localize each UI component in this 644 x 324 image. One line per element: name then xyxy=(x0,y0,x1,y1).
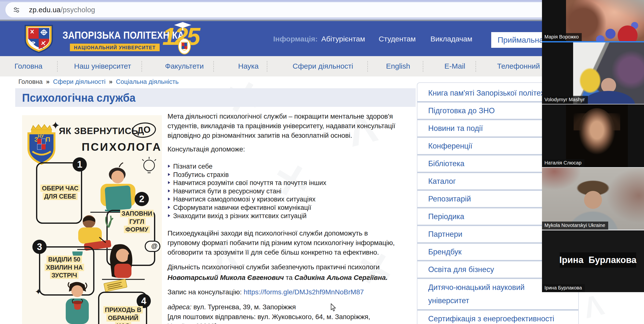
address-line: адреса: вул. Тургенєва, 39, м. Запоріжжя xyxy=(168,302,296,312)
step2-text: ЗАПОВНИ ГУГЛ ФОРМУ xyxy=(118,210,155,234)
list-item: Знаходити вихід з різних життєвих ситуац… xyxy=(168,212,326,221)
step2-number-badge: 2 xyxy=(135,192,149,206)
bullet-arrow-icon xyxy=(168,198,170,201)
info-label: Інформація: xyxy=(273,35,318,43)
step3-text: ВИДІЛИ 50 ХВИЛИН НА ЗУСТРІЧ xyxy=(45,255,84,279)
list-item: Пізнати себе xyxy=(168,163,326,171)
video-tile-maria-vorozhko[interactable]: Марія Ворожко xyxy=(542,0,644,41)
nav-item-activity-spheres[interactable]: Сфери діяльності xyxy=(292,62,353,70)
paragraph-psychoeducation-line1: Психоедукаційні заходи від психологічної… xyxy=(168,228,368,238)
star-doodle: ✦ xyxy=(35,287,42,297)
breadcrumb-home[interactable]: Головна xyxy=(18,78,43,85)
url-text: zp.edu.ua/psycholog xyxy=(29,6,95,14)
camera-off-name-card: Ірина Бурлакова xyxy=(560,253,636,268)
bullet-arrow-icon xyxy=(168,165,170,168)
nav-item-email[interactable]: E-Mail xyxy=(444,62,465,70)
video-tile-iryna-burlakova[interactable]: Ірина Бурлакова Ірина Бурлакова xyxy=(542,230,644,292)
nav-item-home[interactable]: Головна xyxy=(14,62,42,70)
list-item: Сформувати навички ефективної комунікаці… xyxy=(168,204,326,212)
participant-video xyxy=(573,42,644,104)
bullet-arrow-icon xyxy=(168,214,170,217)
person-with-mug-illustration xyxy=(59,280,96,324)
breadcrumb-activity-spheres[interactable]: Сфери діяльності xyxy=(53,78,106,85)
address-value: вул. Тургенєва, 39, м. Запоріжжя xyxy=(192,303,296,311)
bullet-arrow-icon xyxy=(168,206,170,209)
sidebar-item-energy-certification[interactable]: Сертифікація з енергоефективності xyxy=(418,309,578,324)
bullet-arrow-icon xyxy=(168,173,170,176)
person-on-phone-illustration xyxy=(100,243,147,295)
consultation-list-intro: Консультація допоможе: xyxy=(168,145,245,153)
list-item: Навчитися розуміти свої почуття та почут… xyxy=(168,179,326,188)
participant-name-label: Mykola Novotarskyi Ukraine xyxy=(542,222,608,230)
list-item: Навчитися бути в ресурсному стані xyxy=(168,188,326,196)
watermark: Λ xyxy=(580,287,607,324)
step1-text: ОБЕРИ ЧАС ДЛЯ СЕБЕ xyxy=(40,184,80,200)
screen: zp.edu.ua/psycholog ЗАПОРІЗ xyxy=(0,0,644,324)
paragraph-psychoeducation-line3: обговорити та зрозуміти її для себе біль… xyxy=(168,248,379,257)
page-title-band: Психологічна служба xyxy=(15,88,416,107)
postal-address-line1: [для поштових відправлень: вул. Жуковськ… xyxy=(168,312,370,322)
tune-icon[interactable] xyxy=(11,4,22,15)
paragraph-goal-line1: Мета діяльності психологічної служби – п… xyxy=(168,111,393,121)
infographic-title-line2: ПСИХОЛОГА xyxy=(82,141,162,153)
header-link-teachers[interactable]: Викладачам xyxy=(430,35,472,43)
bullet-arrow-icon xyxy=(168,181,170,184)
page-title: Психологічна служба xyxy=(22,91,135,104)
nav-separator xyxy=(57,61,58,72)
bullet-arrow-icon xyxy=(168,189,170,192)
nav-separator xyxy=(423,61,423,72)
psychologist-name-2: Садикіна Альона Сергіївна. xyxy=(294,274,388,281)
nav-separator xyxy=(142,61,142,72)
header-link-students[interactable]: Студентам xyxy=(379,35,416,43)
thought-cloud-doodle xyxy=(145,241,160,252)
participant-name-label: Наталія Слюсар xyxy=(542,159,584,167)
infographic-title-line1: ЯК ЗВЕРНУТИСЬ xyxy=(59,126,138,136)
header-link-abiturient[interactable]: Абітурієнтам xyxy=(321,35,365,43)
nav-separator xyxy=(213,61,214,72)
psychologist-name-1: Новотарський Микола Євгенович xyxy=(168,274,284,281)
camera-off-name: Ірина Бурлакова xyxy=(560,255,637,265)
video-tile-natalia-sliusar[interactable]: Наталія Слюсар xyxy=(542,104,644,167)
postal-address-line2: Україна, 69063] xyxy=(168,322,216,324)
paragraph-psychoeducation-line2: груповому форматі побачити під різним ку… xyxy=(168,238,394,248)
nav-item-university[interactable]: Наш університет xyxy=(74,62,131,70)
consultation-benefits-list: Пізнати себе Позбутись страхів Навчитися… xyxy=(168,163,326,220)
svg-text:НУ: НУ xyxy=(38,134,44,139)
url-host: zp.edu.ua xyxy=(29,6,60,14)
paragraph-goal-line3: відповідно до різноманітних запитів на б… xyxy=(168,131,352,140)
url-path: /psycholog xyxy=(60,6,95,14)
breadcrumb-social-activity[interactable]: Соціальна діяльність xyxy=(116,78,178,85)
participant-video xyxy=(566,104,628,167)
list-item: Навчитися самодопомозі у кризових ситуац… xyxy=(168,196,326,204)
how-to-contact-psychologist-infographic: ✦ ✧ З П НУ ЯК ЗВЕРНУТИСЬ ДО ПСИХОЛОГА 1 xyxy=(22,115,162,324)
nav-separator xyxy=(476,61,476,72)
breadcrumb-separator: » xyxy=(109,78,112,85)
mouse-cursor xyxy=(330,304,338,313)
nav-item-faculties[interactable]: Факультети xyxy=(165,62,204,70)
svg-text:П: П xyxy=(46,136,50,143)
consultation-form-link[interactable]: https://forms.gle/DMJs2hf9MnNoBrM87 xyxy=(244,288,364,296)
nav-separator xyxy=(267,61,267,72)
address-label: адреса: xyxy=(168,303,192,311)
nav-separator xyxy=(367,61,368,72)
step3-number-badge: 3 xyxy=(32,240,46,254)
step4-text: ПРИХОДЬ В ОБРАНИЙ ЧАС xyxy=(101,306,145,324)
step1-number-badge: 1 xyxy=(72,157,87,172)
infographic-title-circled: ДО xyxy=(131,121,157,139)
list-item: Позбутись страхів xyxy=(168,171,326,179)
participant-name-label: Марія Ворожко xyxy=(542,33,582,41)
nav-item-science[interactable]: Наука xyxy=(238,62,258,70)
breadcrumb-separator: » xyxy=(46,78,50,85)
paragraph-goal-line2: студентів, викладачів та працівників уні… xyxy=(168,121,395,131)
video-call-panel: Марія Ворожко Volodymyr Mashyr Наталія С… xyxy=(542,0,644,292)
paragraph-staff-line1: Діяльність психологічної служби забезпеч… xyxy=(168,262,380,272)
video-tile-mykola-novotarskyi[interactable]: Mykola Novotarskyi Ukraine xyxy=(542,168,644,230)
participant-video xyxy=(542,168,644,230)
participant-video-detail xyxy=(578,108,615,157)
nav-item-english[interactable]: English xyxy=(386,62,410,70)
signup-line: Запис на консультацію: https://forms.gle… xyxy=(168,288,364,296)
participant-name-label: Volodymyr Mashyr xyxy=(542,96,588,104)
video-tile-volodymyr-mashyr[interactable]: Volodymyr Mashyr xyxy=(542,42,644,104)
breadcrumb: Головна » Сфери діяльності » Соціальна д… xyxy=(18,78,178,85)
signup-label: Запис на консультацію: xyxy=(168,288,244,296)
